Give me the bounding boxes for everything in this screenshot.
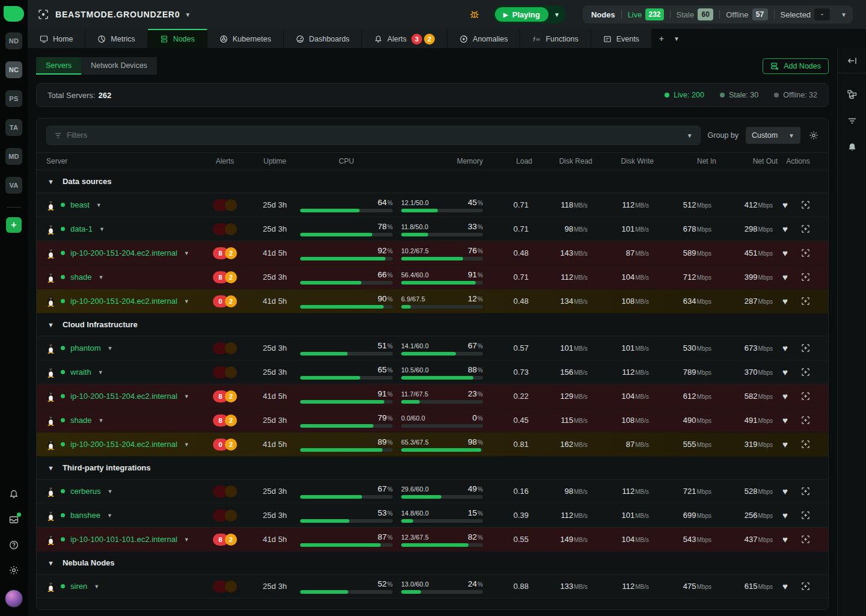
column-header-memory[interactable]: Memory	[401, 157, 491, 165]
tab-network-devices[interactable]: Network Devices	[81, 57, 157, 75]
inspect-scan-icon[interactable]	[801, 273, 810, 282]
favorite-heart-icon[interactable]: ♥	[782, 511, 788, 520]
server-caret-down-icon[interactable]: ▼	[184, 537, 189, 543]
tab-functions[interactable]: (x)Functions	[520, 29, 591, 48]
sidebar-item-nc[interactable]: NC	[5, 61, 22, 78]
inspect-scan-icon[interactable]	[801, 416, 810, 425]
column-header-server[interactable]: Server	[46, 157, 200, 165]
table-row[interactable]: phantom▼0025d 3h51%14.1/60.067%0.57101MB…	[37, 336, 828, 360]
inspect-scan-icon[interactable]	[801, 224, 810, 233]
column-header-cpu[interactable]: CPU	[300, 157, 401, 165]
favorite-heart-icon[interactable]: ♥	[782, 487, 788, 496]
alerts-pill[interactable]: 82	[213, 247, 237, 259]
playing-chevron-down-icon[interactable]: ▼	[554, 11, 560, 18]
group-header-nebula-nodes[interactable]: ▼Nebula Nodes	[37, 552, 828, 574]
favorite-heart-icon[interactable]: ♥	[782, 368, 788, 377]
column-header-disk-write[interactable]: Disk Write	[592, 157, 654, 165]
workspace-name[interactable]: BEASTMODE.GROUNDZER0	[55, 10, 180, 19]
inspect-scan-icon[interactable]	[801, 200, 810, 209]
inbox-icon[interactable]	[8, 514, 20, 526]
server-name[interactable]: beast	[70, 200, 90, 209]
favorite-heart-icon[interactable]: ♥	[782, 392, 788, 401]
notification-bell-icon[interactable]	[8, 488, 20, 500]
inspect-scan-icon[interactable]	[801, 297, 810, 306]
server-caret-down-icon[interactable]: ▼	[184, 442, 189, 448]
group-collapse-chevron-icon[interactable]: ▼	[48, 559, 54, 567]
help-icon[interactable]	[8, 539, 20, 551]
server-caret-down-icon[interactable]: ▼	[98, 417, 103, 424]
alerts-pill[interactable]: 02	[213, 439, 237, 451]
server-caret-down-icon[interactable]: ▼	[184, 298, 189, 304]
favorite-heart-icon[interactable]: ♥	[782, 297, 788, 306]
tab-nodes[interactable]: Nodes	[148, 29, 207, 48]
table-row[interactable]: cerberus▼0025d 3h67%29.6/60.049%0.1698MB…	[37, 479, 828, 504]
settings-gear-icon[interactable]	[8, 564, 20, 576]
table-row[interactable]: shade▼8225d 3h66%56.4/60.091%0.71112MB/s…	[37, 265, 828, 289]
nodes-summary-chevron-down-icon[interactable]: ▼	[841, 11, 847, 18]
server-name[interactable]: data-1	[70, 224, 93, 233]
table-row[interactable]: data-1▼0025d 3h78%11.8/50.033%0.7198MB/s…	[37, 217, 828, 241]
inspect-scan-icon[interactable]	[801, 535, 810, 544]
server-caret-down-icon[interactable]: ▼	[94, 584, 99, 590]
server-name[interactable]: wraith	[70, 368, 91, 377]
server-name[interactable]: ip-10-200-151-204.ec2.internal	[70, 297, 177, 306]
inspect-scan-icon[interactable]	[801, 487, 810, 496]
table-settings-gear-icon[interactable]	[809, 131, 818, 140]
alerts-pill[interactable]: 82	[213, 390, 237, 402]
table-row[interactable]: wraith▼0025d 3h65%10.5/60.088%0.73156MB/…	[37, 360, 828, 384]
favorite-heart-icon[interactable]: ♥	[782, 416, 788, 425]
favorite-heart-icon[interactable]: ♥	[782, 200, 788, 209]
server-caret-down-icon[interactable]: ▼	[99, 226, 105, 232]
favorite-heart-icon[interactable]: ♥	[782, 582, 788, 591]
tab-dashboards[interactable]: Dashboards	[284, 29, 362, 48]
favorite-heart-icon[interactable]: ♥	[782, 224, 788, 233]
column-header-disk-read[interactable]: Disk Read	[532, 157, 592, 165]
table-row[interactable]: ip-10-200-151-204.ec2.internal▼8241d 5h9…	[37, 241, 828, 265]
server-name[interactable]: shade	[70, 273, 91, 282]
group-header-third-party-integrations[interactable]: ▼Third-party integrations	[37, 457, 828, 479]
column-header-actions[interactable]: Actions	[778, 157, 818, 165]
favorite-heart-icon[interactable]: ♥	[782, 440, 788, 449]
table-row[interactable]: beast▼0025d 3h64%12.1/50.045%0.71118MB/s…	[37, 193, 828, 217]
favorite-heart-icon[interactable]: ♥	[782, 535, 788, 544]
filter-icon[interactable]	[847, 116, 858, 126]
table-row[interactable]: ip-10-200-151-204.ec2.internal▼8241d 5h9…	[37, 384, 828, 408]
inspect-scan-icon[interactable]	[801, 368, 810, 377]
group-header-cloud-infrastructure[interactable]: ▼Cloud Infrastructure	[37, 313, 828, 336]
add-workspace-button[interactable]: +	[6, 217, 22, 233]
column-header-uptime[interactable]: Uptime	[250, 157, 300, 165]
server-name[interactable]: shade	[70, 416, 91, 425]
tab-servers[interactable]: Servers	[36, 57, 81, 75]
tab-kubernetes[interactable]: Kubernetes	[207, 29, 284, 48]
playing-button[interactable]: ▶ Playing	[495, 7, 548, 22]
bell-icon[interactable]	[847, 142, 858, 153]
favorite-heart-icon[interactable]: ♥	[782, 273, 788, 282]
server-caret-down-icon[interactable]: ▼	[98, 369, 103, 375]
add-nodes-button[interactable]: Add Nodes	[763, 58, 829, 74]
inspect-scan-icon[interactable]	[801, 248, 810, 257]
tab-events[interactable]: Events	[591, 29, 652, 48]
column-header-alerts[interactable]: Alerts	[200, 157, 250, 165]
favorite-heart-icon[interactable]: ♥	[782, 343, 788, 353]
workspace-chevron-down-icon[interactable]: ▼	[185, 11, 191, 18]
inspect-scan-icon[interactable]	[801, 511, 810, 520]
table-row[interactable]: ip-10-200-151-204.ec2.internal▼0241d 5h8…	[37, 433, 828, 457]
server-caret-down-icon[interactable]: ▼	[108, 345, 113, 351]
sidebar-item-md[interactable]: MD	[5, 148, 22, 165]
server-caret-down-icon[interactable]: ▼	[107, 513, 112, 519]
column-header-net-out[interactable]: Net Out	[716, 157, 778, 165]
sidebar-item-nd[interactable]: ND	[5, 32, 22, 49]
alerts-pill[interactable]: 82	[213, 271, 237, 283]
server-caret-down-icon[interactable]: ▼	[184, 250, 189, 256]
server-name[interactable]: ip-10-200-151-204.ec2.internal	[70, 440, 177, 449]
inspect-scan-icon[interactable]	[801, 440, 810, 449]
server-name[interactable]: ip-10-200-151-204.ec2.internal	[70, 392, 177, 401]
tab-metrics[interactable]: Metrics	[85, 29, 147, 48]
inspect-scan-icon[interactable]	[801, 392, 810, 401]
add-tab-button[interactable]: +	[659, 34, 664, 43]
server-caret-down-icon[interactable]: ▼	[96, 202, 102, 208]
server-name[interactable]: cerberus	[70, 487, 101, 496]
table-row[interactable]: shade▼8225d 3h79%0.0/60.00%0.45115MB/s10…	[37, 408, 828, 433]
server-name[interactable]: phantom	[70, 343, 101, 353]
server-caret-down-icon[interactable]: ▼	[98, 274, 103, 280]
